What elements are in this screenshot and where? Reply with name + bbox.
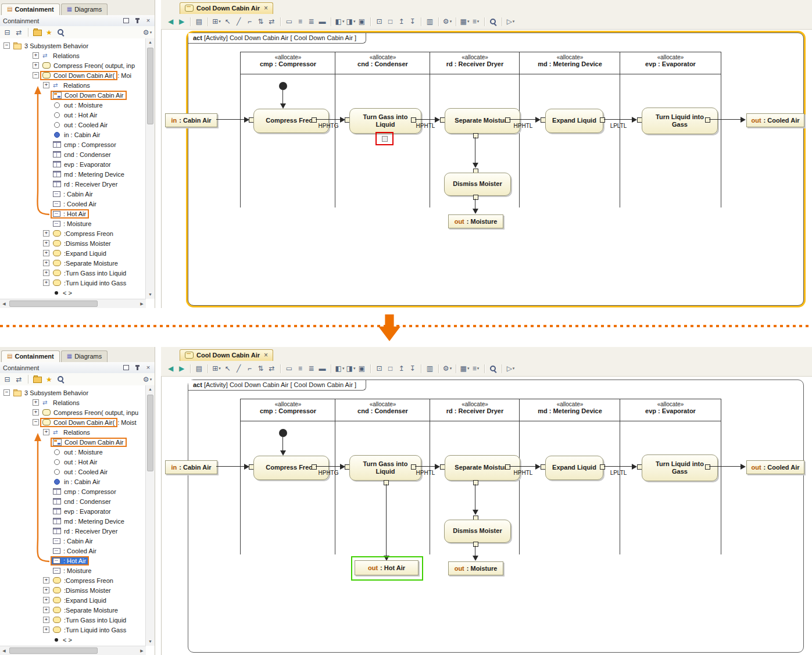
tree-item-content[interactable]: in : Cabin Air xyxy=(52,478,102,485)
object-flow-edge[interactable] xyxy=(604,119,632,120)
tree-vertical-scrollbar[interactable]: ▲ ▼ xyxy=(145,385,155,646)
scrollbar-thumb[interactable] xyxy=(147,395,153,471)
align-center-icon[interactable]: ≡ xyxy=(295,363,305,374)
action-compress-freon[interactable]: Compress Freon xyxy=(253,109,329,133)
control-flow-edge[interactable] xyxy=(282,90,283,103)
distribute-icon[interactable]: ≣ xyxy=(306,363,316,374)
action-compress-freon[interactable]: Compress Freon xyxy=(253,456,329,480)
oblique-path-icon[interactable]: ╱ xyxy=(234,16,244,27)
tree-item-content[interactable]: out : Cooled Air xyxy=(52,121,109,128)
tree-item-content[interactable]: : Moisture xyxy=(52,567,93,574)
float-panel-icon[interactable] xyxy=(123,364,130,371)
tree-item-evp-evaporator[interactable]: evp : Evaporator xyxy=(0,506,146,516)
tree-item-turn-gass-into-liquid[interactable]: +:Turn Gass into Liquid xyxy=(0,615,146,625)
tree-item-content[interactable]: md : Metering Device xyxy=(52,171,126,178)
tree-item-content[interactable]: cnd : Condenser xyxy=(52,151,113,158)
object-flow-edge[interactable] xyxy=(316,466,341,467)
tree-item-out-moisture[interactable]: out : Moisture xyxy=(0,447,146,457)
tree-item-moisture[interactable]: : Moisture xyxy=(0,565,146,575)
align-icon[interactable]: ▭ xyxy=(284,363,294,374)
tab-containment[interactable]: ▤ Containment xyxy=(1,350,60,362)
diagram-canvas[interactable]: act[Activity] Cool Down Cabin Air [ Cool… xyxy=(161,377,812,655)
input-pin-cabin-air[interactable]: in: Cabin Air xyxy=(165,113,217,127)
expand-icon[interactable]: + xyxy=(33,399,39,406)
diagram-tab[interactable]: Cool Down Cabin Air × xyxy=(180,2,273,14)
tree-item-content[interactable]: :Turn Liquid into Gass xyxy=(52,280,128,287)
tree-item-content[interactable]: out : Moisture xyxy=(52,449,105,456)
collapse-all-icon[interactable]: ⊟ xyxy=(2,374,12,385)
link-with-editor-icon[interactable]: ⇄ xyxy=(14,27,24,38)
tree-item-relations[interactable]: +Relations xyxy=(0,398,146,407)
send-to-back-icon[interactable]: ↧ xyxy=(407,363,417,374)
initial-node[interactable] xyxy=(279,82,287,90)
tree-item-relations[interactable]: +Relations xyxy=(0,80,146,90)
copy-icon[interactable]: ⊡ xyxy=(374,363,384,374)
tree-item-content[interactable]: : Hot Air xyxy=(52,210,88,217)
edge-label-lpltl[interactable]: LPLTL xyxy=(603,470,634,476)
close-tab-icon[interactable]: × xyxy=(264,352,268,358)
control-flow-edge[interactable] xyxy=(282,437,283,450)
oblique-path-icon[interactable]: ╱ xyxy=(234,363,244,374)
expand-icon[interactable]: + xyxy=(43,260,49,266)
output-pin-cooled-air[interactable]: out: Cooled Air xyxy=(746,460,804,474)
tree-item-compress-freon[interactable]: +:Compress Freon xyxy=(0,228,146,238)
align-icon[interactable]: ▭ xyxy=(284,16,294,27)
copy-icon[interactable]: ⊡ xyxy=(374,16,384,27)
hidden-pin-red-highlight[interactable] xyxy=(375,132,394,145)
tree-item-out-hot-air[interactable]: out : Hot Air xyxy=(0,457,146,467)
scroll-left-icon[interactable]: ◀ xyxy=(0,646,8,655)
scroll-right-icon[interactable]: ▶ xyxy=(138,646,146,655)
tree-item-content[interactable]: :Turn Gass into Liquid xyxy=(52,617,128,624)
tab-diagrams[interactable]: ▦ Diagrams xyxy=(61,350,108,362)
scroll-up-icon[interactable]: ▲ xyxy=(146,385,155,393)
favorites-icon[interactable]: ★ xyxy=(44,374,54,385)
tree-item-content[interactable]: Cool Down Cabin Air( xyxy=(41,419,116,426)
scroll-down-icon[interactable]: ▼ xyxy=(146,291,155,299)
object-flow-edge[interactable] xyxy=(475,199,475,209)
tree-item-relations[interactable]: +Relations xyxy=(0,51,146,60)
tree-item-dismiss-moister[interactable]: +:Dismiss Moister xyxy=(0,238,146,248)
horizontal-order-icon[interactable]: ⇄ xyxy=(267,363,277,374)
rectilinear-path-icon[interactable]: ⌐ xyxy=(245,363,255,374)
tree-item-content[interactable]: : Hot Air xyxy=(52,557,88,564)
edge-label-hphtg[interactable]: HPHTG xyxy=(312,470,345,476)
tree-item-cnd-condenser[interactable]: cnd : Condenser xyxy=(0,496,146,506)
fill-color-icon[interactable]: ◧▾ xyxy=(335,363,345,374)
link-with-editor-icon[interactable]: ⇄ xyxy=(14,374,24,385)
expand-icon[interactable]: + xyxy=(33,62,39,69)
align-center-icon[interactable]: ≡ xyxy=(295,16,305,27)
object-flow-edge[interactable] xyxy=(709,119,741,120)
list-icon[interactable]: ≡▾ xyxy=(471,363,481,374)
tree-item-content[interactable]: : Cabin Air xyxy=(52,538,95,545)
object-flow-edge[interactable] xyxy=(216,466,244,467)
format-icon[interactable]: ▣ xyxy=(357,16,367,27)
tree-item-content[interactable]: :Dismiss Moister xyxy=(52,240,113,247)
output-pin-moisture[interactable]: out: Moisture xyxy=(448,214,503,228)
tree-item-compress-freon-output-inpu[interactable]: +Compress Freon( output, inpu xyxy=(0,407,146,417)
tree-item-content[interactable]: 3 Subsystem Behavior xyxy=(12,389,90,396)
tree-item-content[interactable]: Cool Down Cabin Air xyxy=(52,439,126,446)
same-size-icon[interactable]: ▬ xyxy=(317,363,327,374)
validation-icon[interactable]: ▥ xyxy=(425,363,435,374)
tree-item-turn-gass-into-liquid[interactable]: +:Turn Gass into Liquid xyxy=(0,268,146,278)
edge-label-hphtl[interactable]: HPHTL xyxy=(410,470,441,476)
input-pin-cabin-air[interactable]: in: Cabin Air xyxy=(165,460,217,474)
select-icon[interactable]: ↖ xyxy=(223,16,232,27)
tree-item-content[interactable]: Relations xyxy=(52,429,92,436)
tree-item-evp-evaporator[interactable]: evp : Evaporator xyxy=(0,159,146,169)
expand-icon[interactable]: + xyxy=(43,270,49,276)
tree-item-cooled-air[interactable]: : Cooled Air xyxy=(0,546,146,556)
tree-item-element[interactable]: < > xyxy=(0,288,146,298)
tree-item-content[interactable]: Compress Freon( output, inp xyxy=(41,62,137,69)
tree-item-out-moisture[interactable]: out : Moisture xyxy=(0,100,146,110)
tree-item-cool-down-cabin-air[interactable]: −Cool Down Cabin Air( : Moi xyxy=(0,70,146,80)
object-flow-edge[interactable] xyxy=(475,484,475,510)
tree-item-content[interactable]: in : Cabin Air xyxy=(52,131,102,138)
tree-item-moisture[interactable]: : Moisture xyxy=(0,219,146,228)
expand-icon[interactable]: + xyxy=(43,240,49,246)
tree-item-content[interactable]: : Cooled Air xyxy=(52,201,98,207)
validation-icon[interactable]: ▥ xyxy=(425,16,435,27)
action-expand-liquid[interactable]: Expand Liquid xyxy=(545,456,603,480)
tree-item-out-hot-air[interactable]: out : Hot Air xyxy=(0,110,146,120)
containment-tree-icon[interactable]: ▤ xyxy=(194,363,204,374)
